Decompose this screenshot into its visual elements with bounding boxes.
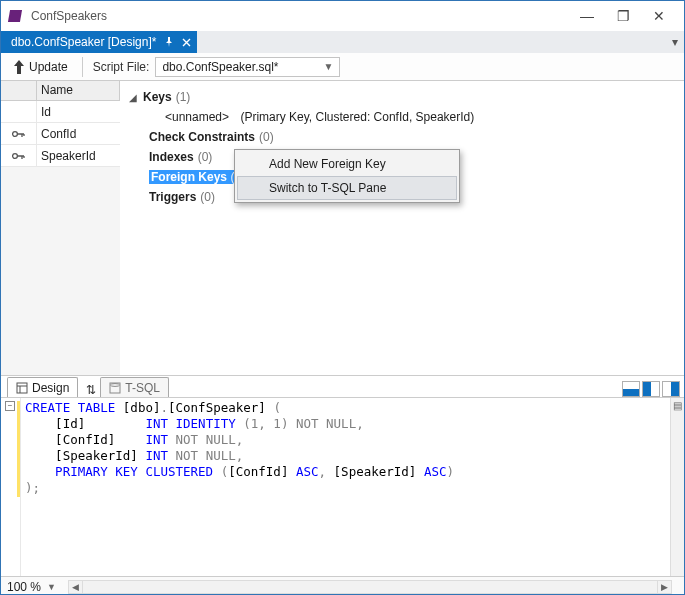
expand-icon[interactable]: ◢ <box>127 92 139 103</box>
tab-tsql[interactable]: T-SQL <box>100 377 169 397</box>
fold-toggle-icon[interactable]: − <box>5 401 15 411</box>
tab-design-label: Design <box>32 381 69 395</box>
tsql-code-pane[interactable]: − CREATE TABLE [dbo].[ConfSpeaker] ( [Id… <box>1 398 684 576</box>
change-marker <box>17 401 20 497</box>
separator <box>82 57 83 77</box>
ctx-add-foreign-key[interactable]: Add New Foreign Key <box>237 152 457 176</box>
column-name: SpeakerId <box>37 149 120 163</box>
designer-toolbar: Update Script File: dbo.ConfSpeaker.sql*… <box>1 53 684 81</box>
column-name: Id <box>37 105 120 119</box>
column-row[interactable]: Id <box>1 101 120 123</box>
svg-rect-5 <box>110 383 120 393</box>
tree-node-check-constraints[interactable]: Check Constraints (0) <box>123 127 678 147</box>
columns-grid: Name Id ConfId SpeakerId <box>1 81 121 375</box>
tree-node-keys[interactable]: ◢ Keys (1) <box>123 87 678 107</box>
primary-key-icon <box>12 129 26 139</box>
grid-gutter-header <box>1 81 37 100</box>
document-tab-label: dbo.ConfSpeaker [Design]* <box>11 35 156 49</box>
context-menu: Add New Foreign Key Switch to T-SQL Pane <box>234 149 460 203</box>
minimize-button[interactable]: — <box>570 4 604 28</box>
grid-blank-area <box>1 167 120 375</box>
zoom-level[interactable]: 100 % <box>7 580 41 594</box>
design-tab-icon <box>16 382 28 394</box>
svg-rect-2 <box>17 383 27 393</box>
tree-node-count: (0) <box>198 150 213 164</box>
column-name: ConfId <box>37 127 120 141</box>
code-text[interactable]: CREATE TABLE [dbo].[ConfSpeaker] ( [Id] … <box>21 398 670 576</box>
tree-node-count: (0) <box>200 190 215 204</box>
svg-point-1 <box>12 153 17 158</box>
overview-ruler: ▤ <box>670 398 684 576</box>
update-button[interactable]: Update <box>9 58 72 76</box>
layout-buttons <box>622 381 684 397</box>
status-bar: 100 % ▼ ◀ ▶ <box>1 576 684 595</box>
svg-point-0 <box>12 131 17 136</box>
tab-tsql-label: T-SQL <box>125 381 160 395</box>
title-bar: ConfSpeakers — ❐ ✕ <box>1 1 684 31</box>
row-icon-cell <box>1 145 37 166</box>
key-entry-name: <unnamed> <box>165 110 229 124</box>
vs-logo-icon <box>9 8 25 24</box>
tree-node-label: Indexes <box>149 150 194 164</box>
table-designer-pane: Name Id ConfId SpeakerId ◢ <box>1 81 684 376</box>
key-entry-detail: (Primary Key, Clustered: ConfId, Speaker… <box>240 110 474 124</box>
layout-right-button[interactable] <box>662 381 680 397</box>
pane-tabs-bar: Design ⇅ T-SQL <box>1 376 684 398</box>
document-tab[interactable]: dbo.ConfSpeaker [Design]* <box>1 31 197 53</box>
primary-key-icon <box>12 151 26 161</box>
document-tab-well: dbo.ConfSpeaker [Design]* ▾ <box>1 31 684 53</box>
row-icon-cell <box>1 101 37 122</box>
column-row[interactable]: SpeakerId <box>1 145 120 167</box>
schema-tree: ◢ Keys (1) <unnamed> (Primary Key, Clust… <box>121 81 684 375</box>
tab-design[interactable]: Design <box>7 377 78 397</box>
close-tab-icon[interactable] <box>182 38 191 47</box>
column-row[interactable]: ConfId <box>1 123 120 145</box>
code-gutter: − <box>1 398 21 576</box>
tree-node-label: Foreign Keys <box>151 170 227 184</box>
tree-node-count: (1) <box>176 90 191 104</box>
update-arrow-icon <box>13 60 25 74</box>
swap-panes-icon[interactable]: ⇅ <box>82 383 100 397</box>
restore-button[interactable]: ❐ <box>606 4 640 28</box>
chevron-down-icon: ▼ <box>323 61 333 72</box>
layout-top-button[interactable] <box>622 381 640 397</box>
pin-icon[interactable] <box>164 37 174 47</box>
ctx-switch-tsql-pane[interactable]: Switch to T-SQL Pane <box>237 176 457 200</box>
layout-split-button[interactable] <box>642 381 660 397</box>
script-file-dropdown[interactable]: dbo.ConfSpeaker.sql* ▼ <box>155 57 340 77</box>
update-label: Update <box>29 60 68 74</box>
tab-dropdown-icon[interactable]: ▾ <box>672 35 678 49</box>
close-button[interactable]: ✕ <box>642 4 676 28</box>
window-title: ConfSpeakers <box>31 9 570 23</box>
scroll-right-icon[interactable]: ▶ <box>657 581 671 593</box>
svg-point-6 <box>111 383 120 386</box>
horizontal-scrollbar[interactable]: ◀ ▶ <box>68 580 672 594</box>
script-file-value: dbo.ConfSpeaker.sql* <box>162 60 278 74</box>
row-icon-cell <box>1 123 37 144</box>
tree-node-label: Keys <box>143 90 172 104</box>
zoom-chevron-icon[interactable]: ▼ <box>47 582 56 592</box>
split-editor-icon[interactable]: ▤ <box>673 400 682 411</box>
script-file-label: Script File: <box>93 60 150 74</box>
tree-node-label: Check Constraints <box>149 130 255 144</box>
tree-key-entry[interactable]: <unnamed> (Primary Key, Clustered: ConfI… <box>123 107 678 127</box>
tsql-tab-icon <box>109 382 121 394</box>
tree-node-count: (0) <box>259 130 274 144</box>
tree-node-label: Triggers <box>149 190 196 204</box>
scroll-left-icon[interactable]: ◀ <box>69 581 83 593</box>
grid-name-header: Name <box>37 81 120 100</box>
